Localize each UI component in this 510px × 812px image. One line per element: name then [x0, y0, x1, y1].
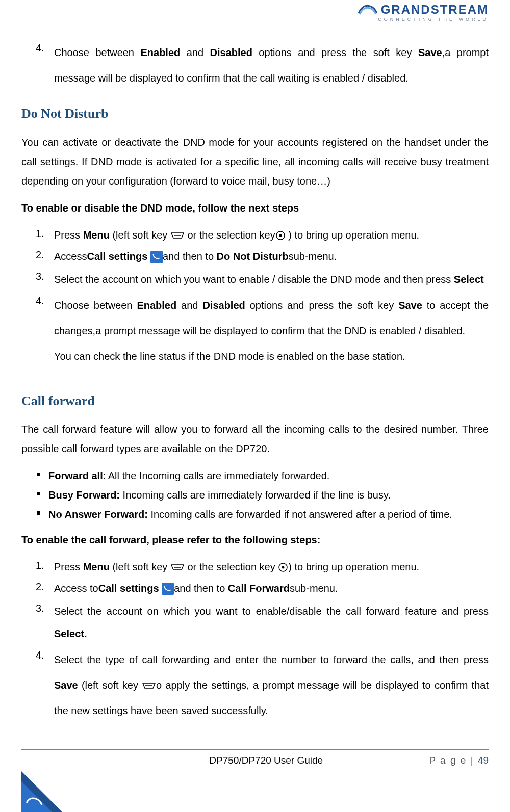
logo-text: GRANDSTREAM	[381, 4, 489, 16]
softkey-icon	[142, 674, 156, 683]
square-bullet-icon	[37, 492, 40, 495]
cf-type-no-answer: No Answer Forward: Incoming calls are fo…	[37, 506, 489, 522]
cf-type-busy: Busy Forward: Incoming calls are immedia…	[37, 487, 489, 503]
dnd-steps-lead: To enable or disable the DND mode, follo…	[21, 200, 489, 216]
cf-description: The call forward feature will allow you …	[21, 420, 489, 458]
list-number: 4.	[36, 40, 54, 91]
svg-marker-8	[21, 781, 52, 812]
corner-fold-icon	[21, 771, 62, 812]
dnd-step-2: 2. AccessCall settings and then to Do No…	[36, 247, 489, 266]
call-waiting-step-4: 4. Choose between Enabled and Disabled o…	[36, 40, 489, 91]
cf-step-3: 3. Select the account on which you want …	[36, 600, 489, 645]
logo-mark-icon	[358, 3, 378, 16]
logo-tagline: CONNECTING THE WORLD	[358, 17, 489, 22]
heading-dnd: Do Not Disturb	[21, 103, 489, 124]
dnd-note: You can check the line status if the DND…	[54, 347, 489, 366]
svg-point-2	[279, 234, 282, 237]
page-footer: DP750/DP720 User Guide P a g e | 49	[21, 749, 489, 766]
heading-call-forward: Call forward	[21, 390, 489, 412]
cf-type-forward-all: Forward all: All the Incoming calls are …	[37, 467, 489, 484]
dnd-step-4: 4. Choose between Enabled and Disabled o…	[36, 293, 489, 344]
softkey-icon	[170, 227, 185, 236]
cf-steps-lead: To enable the call forward, please refer…	[21, 532, 489, 548]
call-settings-icon	[162, 583, 174, 595]
dnd-description: You can activate or deactivate the DND m…	[21, 133, 489, 191]
footer-page: P a g e | 49	[429, 755, 489, 766]
softkey-icon	[170, 559, 185, 568]
cf-step-2: 2. Access toCall settings and then to Ca…	[36, 579, 489, 598]
selection-key-icon	[275, 227, 286, 238]
square-bullet-icon	[37, 473, 40, 476]
footer-title: DP750/DP720 User Guide	[103, 755, 429, 766]
call-settings-icon	[150, 251, 163, 263]
brand-logo: GRANDSTREAM CONNECTING THE WORLD	[358, 3, 489, 22]
square-bullet-icon	[37, 511, 40, 515]
svg-point-5	[282, 566, 285, 569]
list-text: Choose between Enabled and Disabled opti…	[54, 40, 489, 91]
dnd-step-1: 1. Press Menu (left soft key or the sele…	[36, 225, 489, 245]
cf-step-4: 4. Select the type of call forwarding an…	[36, 647, 489, 723]
selection-key-icon	[278, 559, 288, 569]
dnd-step-3: 3. Select the account on which you want …	[36, 268, 489, 291]
cf-step-1: 1. Press Menu (left soft key or the sele…	[36, 557, 489, 577]
cf-types-list: Forward all: All the Incoming calls are …	[37, 467, 489, 522]
